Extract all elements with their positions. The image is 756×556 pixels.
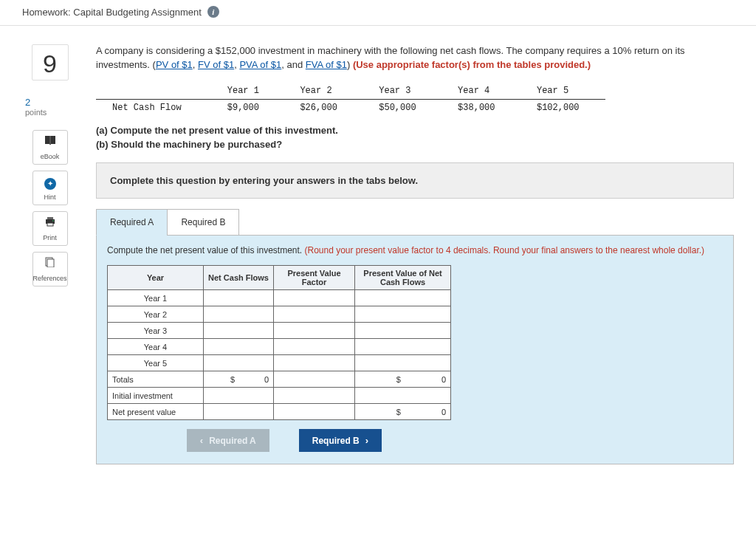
table-row: Year 5 [108, 355, 451, 371]
totals-row: Totals $ 0 $ 0 [108, 371, 451, 388]
pvn-input-y5[interactable] [355, 355, 451, 371]
ncf-input-y4[interactable] [204, 339, 274, 355]
instruction-box: Complete this question by entering your … [96, 162, 734, 199]
totals-ncf: $ 0 [204, 371, 274, 388]
cashflow-table: Year 1 Year 2 Year 3 Year 4 Year 5 Net C… [96, 83, 605, 116]
ncf-input-y2[interactable] [204, 306, 274, 323]
next-tab-button[interactable]: Required B › [299, 429, 382, 452]
pv-link[interactable]: PV of $1 [156, 59, 193, 70]
svg-rect-5 [47, 259, 54, 267]
fv-link[interactable]: FV of $1 [198, 59, 234, 70]
problem-statement: A company is considering a $152,000 inve… [96, 44, 734, 72]
chevron-right-icon: › [365, 435, 368, 446]
pvf-input-y3[interactable] [274, 323, 355, 339]
info-icon[interactable]: i [207, 6, 219, 18]
tab-panel-a: Compute the net present value of this in… [96, 235, 734, 465]
prev-tab-button: ‹ Required A [187, 429, 269, 452]
hint-button[interactable]: ✦ Hint [32, 171, 68, 205]
tab-instruction: Compute the net present value of this in… [107, 245, 304, 255]
totals-pvn: $ 0 [355, 371, 451, 388]
tab-required-b[interactable]: Required B [167, 209, 239, 236]
tab-instruction-red: (Round your present value factor to 4 de… [304, 245, 704, 255]
ncf-input-y3[interactable] [204, 323, 274, 339]
svg-rect-2 [47, 223, 53, 226]
ebook-label: eBook [41, 153, 60, 160]
ncf-input-y5[interactable] [204, 355, 274, 371]
print-button[interactable]: Print [32, 211, 68, 246]
pvf-input-y2[interactable] [274, 306, 355, 323]
question-parts: (a) Compute the net present value of thi… [96, 123, 734, 152]
svg-point-3 [52, 220, 54, 222]
npv-row: Net present value $ 0 [108, 404, 451, 420]
hint-icon: ✦ [33, 176, 67, 189]
print-icon [33, 216, 67, 230]
hint-label: Hint [44, 193, 55, 201]
print-label: Print [43, 234, 57, 241]
chevron-left-icon: ‹ [200, 435, 203, 446]
ebook-button[interactable]: eBook [32, 130, 68, 165]
points-label: points [22, 108, 78, 117]
table-row: Year 2 [108, 306, 451, 323]
npv-value: $ 0 [355, 404, 451, 420]
references-icon [33, 257, 67, 270]
pvn-input-y1[interactable] [355, 290, 451, 306]
book-icon [33, 135, 67, 148]
table-row: Year 1 [108, 290, 451, 306]
pvn-input-y3[interactable] [355, 323, 451, 339]
initial-investment-input[interactable] [355, 388, 451, 404]
pvf-input-y5[interactable] [274, 355, 355, 371]
pvf-input-y4[interactable] [274, 339, 355, 355]
references-label: References [33, 275, 67, 282]
pvn-input-y4[interactable] [355, 339, 451, 355]
points-value: 2 [22, 97, 78, 108]
svg-rect-1 [47, 217, 53, 219]
references-button[interactable]: References [32, 252, 68, 286]
question-number: 9 [32, 44, 69, 80]
initial-investment-row: Initial investment [108, 388, 451, 404]
table-row: Year 3 [108, 323, 451, 339]
pva-link[interactable]: PVA of $1 [239, 59, 281, 70]
ncf-input-y1[interactable] [204, 290, 274, 306]
answer-table: Year Net Cash Flows Present Value Factor… [107, 265, 451, 420]
table-row: Year 4 [108, 339, 451, 355]
tab-required-a[interactable]: Required A [96, 209, 168, 236]
page-title: Homework: Capital Budgeting Assignment [22, 7, 202, 18]
pvf-input-y1[interactable] [274, 290, 355, 306]
pvn-input-y2[interactable] [355, 306, 451, 323]
fva-link[interactable]: FVA of $1 [306, 59, 347, 70]
